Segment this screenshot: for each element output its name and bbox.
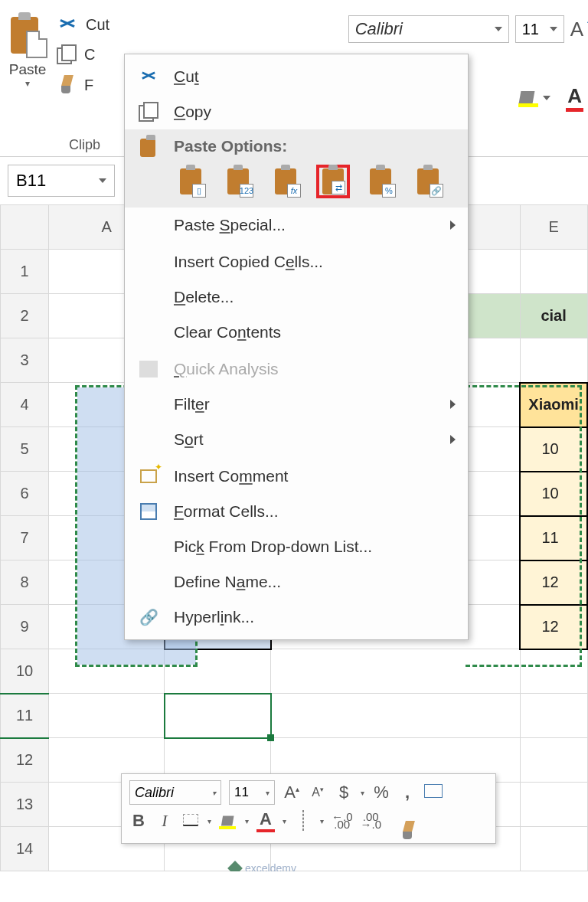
row-header-active[interactable]: 11 — [1, 694, 49, 738]
row-header[interactable]: 3 — [1, 338, 49, 383]
data-cell[interactable]: 12 — [520, 605, 587, 649]
mini-decrease-decimal[interactable]: .00→.0 — [361, 813, 382, 828]
mini-bold[interactable]: B — [129, 811, 148, 831]
increase-font-button[interactable]: A — [570, 18, 583, 41]
data-cell[interactable]: 10 — [520, 472, 587, 516]
table-header-cell[interactable]: Xiaomi — [520, 383, 587, 427]
format-painter-label: F — [84, 77, 93, 94]
ctx-paste-special[interactable]: Paste Special... — [125, 208, 468, 243]
row-header[interactable]: 7 — [1, 516, 49, 560]
paste-split-button[interactable]: Paste ▾ — [8, 8, 47, 89]
mini-accounting-format[interactable]: $ — [335, 783, 353, 802]
bucket-icon — [518, 90, 537, 105]
scissors-icon — [139, 68, 158, 85]
mini-toolbar: Calibri▾ 11▾ A▴ A▾ $ ▾ % , B I ▾ ▾ A ▾ ▾… — [121, 773, 496, 844]
ctx-filter[interactable]: Filter — [125, 387, 468, 422]
link-icon: 🔗 — [137, 607, 160, 627]
ctx-quick-analysis: Quick Analysis — [125, 351, 468, 387]
ctx-pick-from-list[interactable]: Pick From Drop-down List... — [125, 529, 468, 564]
mini-percent-format[interactable]: % — [372, 783, 390, 802]
paste-dropdown-arrow[interactable]: ▾ — [25, 78, 30, 89]
font-name-combo[interactable]: Calibri — [348, 15, 509, 43]
ctx-insert-comment[interactable]: Insert Comment — [125, 459, 468, 494]
copy-label: C — [84, 46, 95, 64]
mini-font-size[interactable]: 11▾ — [229, 780, 275, 805]
data-cell[interactable]: 12 — [520, 560, 587, 605]
mini-borders[interactable] — [181, 811, 200, 831]
row-header[interactable]: 13 — [1, 783, 49, 827]
font-size-combo[interactable]: 11 — [515, 15, 564, 43]
active-cell[interactable] — [165, 694, 271, 738]
ctx-cut[interactable]: Cut — [125, 59, 468, 94]
mini-increase-decimal[interactable]: ←.0.00 — [332, 813, 353, 828]
chevron-down-icon — [99, 178, 106, 183]
chevron-right-icon — [450, 400, 456, 409]
copy-icon — [139, 102, 158, 122]
mini-comma-format[interactable]: , — [398, 783, 416, 802]
row-header[interactable]: 5 — [1, 427, 49, 472]
mini-fill-color[interactable] — [219, 813, 237, 829]
row-header[interactable]: 1 — [1, 250, 49, 294]
mini-border-style[interactable] — [294, 811, 312, 831]
select-all-corner[interactable] — [1, 205, 49, 250]
title-cell: cial — [520, 294, 587, 338]
paste-option-transpose[interactable]: ⇄ — [316, 165, 350, 198]
paste-option-keep-source[interactable]: ▯ — [174, 165, 207, 198]
row-header[interactable]: 8 — [1, 560, 49, 605]
ctx-hyperlink[interactable]: 🔗 Hyperlink... — [125, 600, 468, 635]
brush-icon — [57, 75, 77, 95]
fill-color-button[interactable] — [518, 90, 550, 107]
chevron-down-icon — [495, 27, 502, 31]
mini-grow-font[interactable]: A▴ — [283, 783, 301, 802]
bucket-icon — [220, 815, 235, 827]
ctx-define-name[interactable]: Define Name... — [125, 564, 468, 600]
row-header[interactable]: 10 — [1, 649, 49, 694]
mini-font-color[interactable]: A — [256, 809, 275, 832]
doc-icon: ▯ — [192, 184, 206, 198]
ctx-clear-contents[interactable]: Clear Contents — [125, 315, 468, 350]
format-cells-icon — [140, 503, 157, 520]
ctx-delete[interactable]: Delete... — [125, 279, 468, 315]
paste-option-link[interactable]: 🔗 — [411, 165, 445, 198]
clipboard-group-label: Clipb — [69, 137, 100, 153]
scissors-icon — [57, 15, 78, 34]
chevron-right-icon — [450, 221, 456, 230]
ctx-sort[interactable]: Sort — [125, 422, 468, 457]
row-header[interactable]: 14 — [1, 827, 49, 871]
paste-label: Paste — [9, 61, 47, 78]
paste-option-formulas[interactable]: fx — [269, 165, 302, 198]
row-header[interactable]: 12 — [1, 738, 49, 783]
mini-merge-center[interactable] — [424, 783, 443, 802]
context-menu: Cut Copy Paste Options: ▯ 123 fx ⇄ % 🔗 P… — [124, 54, 469, 640]
mini-italic[interactable]: I — [155, 811, 174, 831]
cut-button[interactable]: Cut — [57, 15, 109, 34]
col-header-E[interactable]: E — [520, 205, 587, 250]
paste-option-formatting[interactable]: % — [364, 165, 397, 198]
row-header[interactable]: 2 — [1, 294, 49, 338]
format-painter-button[interactable]: F — [57, 75, 109, 95]
quick-analysis-icon — [139, 361, 158, 377]
ctx-insert-copied-cells[interactable]: Insert Copied Cells... — [125, 244, 468, 279]
ctx-copy[interactable]: Copy — [125, 94, 468, 129]
font-color-button[interactable]: A — [566, 84, 583, 112]
row-header[interactable]: 6 — [1, 472, 49, 516]
mini-font-name[interactable]: Calibri▾ — [129, 780, 221, 805]
ctx-format-cells[interactable]: Format Cells... — [125, 494, 468, 529]
chevron-right-icon — [450, 435, 456, 444]
chevron-down-icon — [543, 96, 550, 100]
row-header[interactable]: 4 — [1, 383, 49, 427]
ctx-paste-options-row: ▯ 123 fx ⇄ % 🔗 — [125, 160, 468, 208]
data-cell[interactable]: 10 — [520, 427, 587, 472]
copy-button[interactable]: C — [57, 44, 109, 64]
data-cell[interactable]: 11 — [520, 516, 587, 560]
fill-handle[interactable] — [267, 734, 274, 741]
comment-icon — [140, 469, 157, 483]
row-header[interactable]: 9 — [1, 605, 49, 649]
name-box[interactable]: B11 — [8, 165, 115, 197]
cut-label: Cut — [86, 16, 109, 34]
ctx-paste-options-header: Paste Options: — [125, 129, 468, 160]
mini-shrink-font[interactable]: A▾ — [309, 786, 327, 799]
copy-icon — [57, 44, 77, 64]
paste-option-values[interactable]: 123 — [221, 165, 255, 198]
chevron-down-icon — [550, 27, 557, 31]
